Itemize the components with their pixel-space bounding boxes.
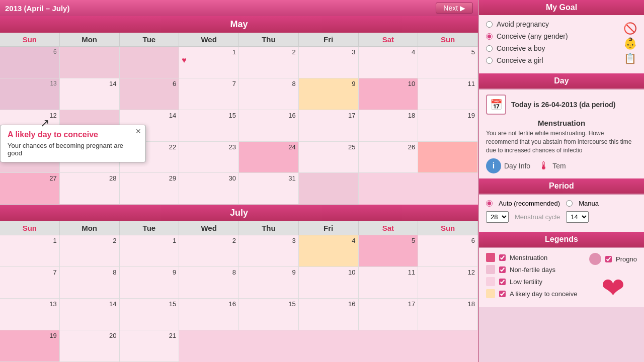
jul-day-2[interactable]: 2 bbox=[179, 235, 239, 267]
goal-any-gender-radio[interactable] bbox=[486, 33, 493, 40]
goal-icon-notes: 📋 bbox=[624, 52, 636, 64]
legend-check-non-fertile[interactable] bbox=[499, 266, 506, 273]
may-day-27[interactable]: 27 bbox=[0, 173, 60, 205]
period-auto-radio[interactable] bbox=[486, 200, 493, 207]
jul-day-11[interactable]: 11 bbox=[359, 267, 419, 299]
tooltip-title: A likely day to conceive bbox=[8, 130, 138, 139]
period-days-select[interactable]: 28 27 29 30 bbox=[486, 211, 509, 223]
cycle-days-select[interactable]: 14 13 15 bbox=[566, 211, 589, 223]
may-day-31[interactable]: 31 bbox=[239, 173, 299, 205]
may-day-26[interactable]: 26 bbox=[359, 142, 419, 173]
jul-day-19[interactable]: 19 bbox=[0, 330, 60, 362]
jul-day-6[interactable]: 6 bbox=[418, 235, 478, 267]
jul-header-wed: Wed bbox=[179, 221, 239, 235]
jul-day-21[interactable]: 21 bbox=[120, 330, 180, 362]
may-day-17[interactable]: 17 bbox=[299, 110, 359, 142]
header-sun2: Sun bbox=[418, 33, 478, 46]
may-day-5[interactable]: 5 bbox=[418, 47, 478, 78]
goal-any-gender[interactable]: Conceive (any gender) bbox=[486, 32, 620, 40]
may-day-15[interactable]: 15 bbox=[179, 110, 239, 142]
today-text: Today is 26-04-2013 (da period) bbox=[511, 101, 615, 109]
jul-day-15a[interactable]: 15 bbox=[120, 299, 180, 330]
may-day-4[interactable]: 4 bbox=[359, 47, 419, 78]
cursor-arrow: ↗ bbox=[40, 117, 49, 130]
goal-avoid-radio[interactable] bbox=[486, 21, 493, 28]
may-section: May Sun Mon Tue Wed Thu Fri Sat Sun 6 1 … bbox=[0, 16, 478, 205]
jul-day-8[interactable]: 8 bbox=[179, 267, 239, 299]
jul-day-18[interactable]: 18 bbox=[418, 299, 478, 330]
may-day-28[interactable]: 28 bbox=[60, 173, 120, 205]
jul-day-3[interactable]: 3 bbox=[239, 235, 299, 267]
jul-day-20[interactable]: 20 bbox=[60, 330, 120, 362]
jul-day-9a[interactable]: 9 bbox=[120, 267, 180, 299]
may-day-30[interactable]: 30 bbox=[179, 173, 239, 205]
may-empty2[interactable] bbox=[120, 47, 180, 78]
may-day-11[interactable]: 11 bbox=[418, 78, 478, 110]
may-day-8[interactable]: 8 bbox=[239, 78, 299, 110]
may-day-9[interactable]: 9 bbox=[299, 78, 359, 110]
legend-check-low-fertility[interactable] bbox=[499, 279, 506, 285]
goal-boy[interactable]: Conceive a boy bbox=[486, 44, 620, 52]
tooltip-close-button[interactable]: ✕ bbox=[135, 127, 141, 135]
may-day-1[interactable]: 1 ♥ bbox=[179, 47, 239, 78]
legend-check-likely-conceive[interactable] bbox=[499, 291, 506, 297]
goal-girl-radio[interactable] bbox=[486, 57, 493, 64]
goal-avoid-label: Avoid pregnancy bbox=[497, 20, 549, 28]
legends-header: Legends bbox=[479, 232, 644, 247]
may-day-14a[interactable]: 14 bbox=[60, 78, 120, 110]
jul-day-4[interactable]: 4 bbox=[299, 235, 359, 267]
header-mon: Mon bbox=[60, 33, 120, 46]
jul-day-1[interactable]: 1 bbox=[120, 235, 180, 267]
week-13: 13 bbox=[0, 78, 60, 110]
may-day-18[interactable]: 18 bbox=[359, 110, 419, 142]
may-empty1[interactable] bbox=[60, 47, 120, 78]
may-day-16[interactable]: 16 bbox=[239, 110, 299, 142]
jul-day-14[interactable]: 14 bbox=[60, 299, 120, 330]
goal-avoid[interactable]: Avoid pregnancy bbox=[486, 20, 620, 28]
jul-header-sat: Sat bbox=[359, 221, 419, 235]
jul-header-sun2: Sun bbox=[418, 221, 478, 235]
jul-day-16a[interactable]: 16 bbox=[179, 299, 239, 330]
jul-header-sun1: Sun bbox=[0, 221, 60, 235]
jul-day-7[interactable]: 7 bbox=[0, 267, 60, 299]
may-day-29[interactable]: 29 bbox=[120, 173, 180, 205]
day-info-button[interactable]: i Day Info bbox=[486, 158, 530, 173]
legend-check-prognos[interactable] bbox=[605, 256, 612, 262]
day-actions-row: i Day Info 🌡 Tem bbox=[486, 158, 637, 173]
may-day-2[interactable]: 2 bbox=[239, 47, 299, 78]
goal-boy-radio[interactable] bbox=[486, 45, 493, 52]
may-day-23[interactable]: 23 bbox=[179, 142, 239, 173]
jul-day-15[interactable]: 15 bbox=[239, 299, 299, 330]
jul-day-9[interactable]: 9 bbox=[239, 267, 299, 299]
jul-day-2a[interactable]: 2 bbox=[60, 235, 120, 267]
legend-color-menstruation bbox=[486, 253, 495, 262]
next-button[interactable]: Next ▶ bbox=[436, 3, 473, 14]
header-sun1: Sun bbox=[0, 33, 60, 46]
legends-section: Menstruation Non-fertile days Low fertil… bbox=[479, 247, 644, 307]
may-day-25[interactable]: 25 bbox=[299, 142, 359, 173]
legend-check-menstruation[interactable] bbox=[499, 254, 506, 261]
period-section: Auto (recommended) Manua 28 27 29 30 Men… bbox=[479, 194, 644, 232]
jul-day-16[interactable]: 16 bbox=[299, 299, 359, 330]
may-day-19[interactable]: 19 bbox=[418, 110, 478, 142]
legend-likely-conceive: A likely day to conceive bbox=[486, 289, 585, 298]
jul-day-10[interactable]: 10 bbox=[299, 267, 359, 299]
may-week6[interactable]: 6 bbox=[120, 78, 180, 110]
jul-day-8a[interactable]: 8 bbox=[60, 267, 120, 299]
jul-day-13[interactable]: 13 bbox=[0, 299, 60, 330]
goal-girl[interactable]: Conceive a girl bbox=[486, 56, 620, 64]
july-day-headers: Sun Mon Tue Wed Thu Fri Sat Sun bbox=[0, 221, 478, 235]
jul-day-5[interactable]: 5 bbox=[359, 235, 419, 267]
may-day-10[interactable]: 10 bbox=[359, 78, 419, 110]
may-day-7[interactable]: 7 bbox=[179, 78, 239, 110]
may-day-3[interactable]: 3 bbox=[299, 47, 359, 78]
temperature-button[interactable]: 🌡 Tem bbox=[538, 159, 566, 172]
jul-day-17[interactable]: 17 bbox=[359, 299, 419, 330]
jul-day-12[interactable]: 12 bbox=[418, 267, 478, 299]
period-manual-radio[interactable] bbox=[566, 200, 573, 207]
header-thu: Thu bbox=[239, 33, 299, 46]
legend-label-non-fertile: Non-fertile days bbox=[510, 266, 555, 274]
may-day-24[interactable]: 24 bbox=[239, 142, 299, 173]
may-menstrual[interactable] bbox=[418, 142, 478, 173]
jul-day-1a[interactable]: 1 bbox=[0, 235, 60, 267]
